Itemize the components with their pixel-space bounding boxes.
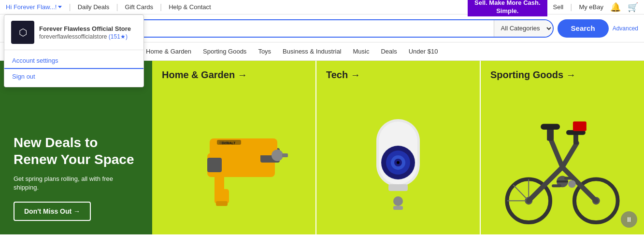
pause-icon: ⏸ bbox=[626, 216, 632, 223]
search-button[interactable]: Search bbox=[558, 19, 609, 38]
camera-image bbox=[357, 100, 439, 225]
category-select-wrap: All Categories bbox=[494, 20, 553, 37]
nav-item-deals[interactable]: Deals bbox=[376, 44, 401, 59]
svg-rect-41 bbox=[557, 180, 568, 182]
svg-rect-43 bbox=[564, 177, 574, 179]
hero-title: New Deals to Renew Your Space bbox=[14, 134, 139, 168]
user-dropdown: ⬡ Forever Flawless Official Store foreve… bbox=[4, 14, 144, 87]
svg-line-35 bbox=[562, 143, 577, 167]
svg-rect-13 bbox=[219, 141, 229, 144]
dropdown-links: Account settings Sign out bbox=[4, 50, 143, 87]
top-bar-right: Sell | My eBay 🔔 🛒 bbox=[553, 2, 638, 13]
daily-deals-link[interactable]: Daily Deals bbox=[78, 3, 110, 11]
hero-panel-sporting-goods[interactable]: Sporting Goods → bbox=[480, 61, 644, 234]
svg-point-45 bbox=[568, 180, 576, 188]
dropdown-header: ⬡ Forever Flawless Official Store foreve… bbox=[4, 15, 143, 50]
divider-2: | bbox=[116, 3, 118, 12]
svg-rect-10 bbox=[216, 201, 228, 206]
sell-banner[interactable]: Sell. Make More Cash. Simple. bbox=[468, 0, 547, 16]
nav-item-home-garden[interactable]: Home & Garden bbox=[141, 44, 196, 59]
sell-banner-line2: Simple. bbox=[474, 7, 541, 15]
account-settings-link[interactable]: Account settings bbox=[4, 53, 143, 69]
top-bar-left: Hi Forever Flaw...! | Daily Deals | Gift… bbox=[6, 3, 462, 12]
store-name: Forever Flawless Official Store bbox=[39, 25, 131, 32]
divider-4: | bbox=[570, 3, 572, 12]
sell-banner-line1: Sell. Make More Cash. bbox=[474, 0, 541, 7]
svg-rect-23 bbox=[393, 206, 403, 210]
store-username: foreverflawlessofficialstore (151★) bbox=[39, 33, 131, 40]
svg-point-20 bbox=[397, 161, 400, 164]
nav-item-under10[interactable]: Under $10 bbox=[404, 44, 443, 59]
nav-item-toys[interactable]: Toys bbox=[253, 44, 276, 59]
help-contact-link[interactable]: Help & Contact bbox=[169, 3, 211, 11]
svg-rect-44 bbox=[573, 122, 587, 131]
hero-panels: Home & Garden → DeWALT bbox=[152, 61, 644, 234]
gift-cards-link[interactable]: Gift Cards bbox=[125, 3, 154, 11]
svg-rect-21 bbox=[388, 184, 408, 191]
nav-item-music[interactable]: Music bbox=[348, 44, 374, 59]
svg-rect-2 bbox=[207, 158, 222, 172]
svg-point-11 bbox=[272, 150, 283, 161]
hero-cta-button[interactable]: Don't Miss Out → bbox=[14, 202, 91, 221]
divider-3: | bbox=[160, 3, 162, 12]
notification-bell-icon[interactable]: 🔔 bbox=[610, 2, 621, 13]
svg-line-30 bbox=[513, 185, 529, 201]
hi-user-button[interactable]: Hi Forever Flaw...! bbox=[6, 3, 62, 11]
sell-link[interactable]: Sell bbox=[553, 3, 564, 11]
hi-user-label: Hi Forever Flaw...! bbox=[6, 3, 57, 11]
panel-sporting-goods-title: Sporting Goods → bbox=[490, 69, 576, 81]
panel-tech-title: Tech → bbox=[326, 69, 360, 81]
advanced-link[interactable]: Advanced bbox=[613, 25, 638, 32]
nav-item-sporting-goods[interactable]: Sporting Goods bbox=[198, 44, 251, 59]
my-ebay-link[interactable]: My eBay bbox=[579, 3, 603, 11]
svg-rect-12 bbox=[282, 153, 288, 157]
bike-image bbox=[500, 90, 625, 234]
store-rating: (151★) bbox=[109, 33, 128, 40]
nav-item-business-industrial[interactable]: Business & Industrial bbox=[278, 44, 346, 59]
hero-panel-tech[interactable]: Tech → bbox=[315, 61, 480, 234]
svg-point-22 bbox=[393, 196, 403, 206]
sign-out-link[interactable]: Sign out bbox=[4, 69, 143, 84]
top-bar: Hi Forever Flaw...! | Daily Deals | Gift… bbox=[0, 0, 644, 14]
category-select[interactable]: All Categories bbox=[494, 20, 553, 37]
hero-subtitle: Get spring plans rolling, all with free … bbox=[14, 175, 139, 192]
drill-image: DeWALT bbox=[178, 95, 289, 220]
svg-rect-42 bbox=[552, 184, 561, 187]
panel-home-garden-title: Home & Garden → bbox=[162, 69, 247, 81]
store-avatar: ⬡ bbox=[11, 21, 34, 44]
store-info: Forever Flawless Official Store foreverf… bbox=[39, 25, 131, 40]
svg-line-34 bbox=[550, 138, 562, 167]
svg-rect-37 bbox=[541, 124, 560, 130]
hero-panel-home-garden[interactable]: Home & Garden → DeWALT bbox=[152, 61, 315, 234]
caret-icon bbox=[58, 6, 62, 8]
divider-1: | bbox=[69, 3, 71, 12]
cart-icon[interactable]: 🛒 bbox=[628, 2, 638, 13]
pause-button[interactable]: ⏸ bbox=[621, 211, 637, 228]
